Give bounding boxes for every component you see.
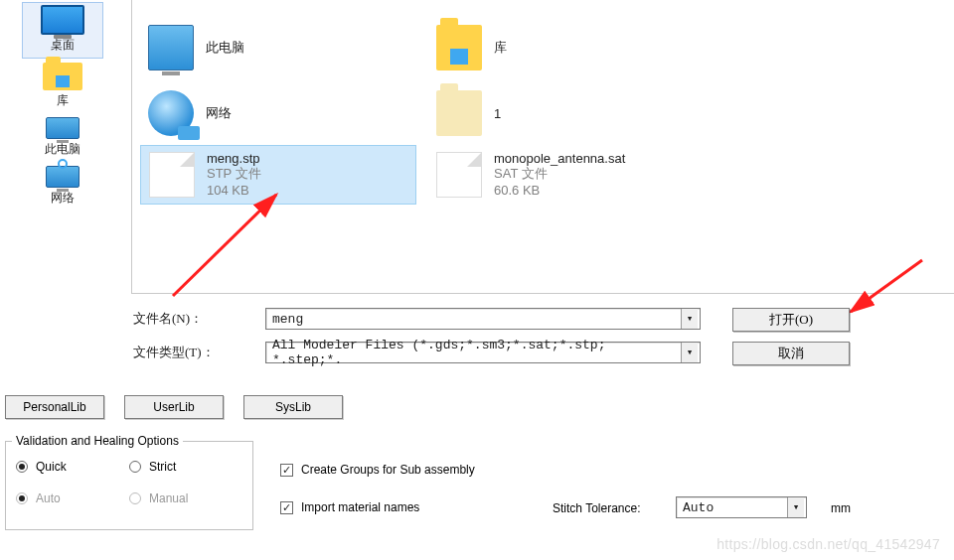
file-list-pane: 此电脑 网络 meng.stp STP 文件 104 KB 库 1 monopo… [131, 0, 954, 294]
file-size: 104 KB [207, 183, 261, 200]
checkbox-icon [280, 464, 293, 477]
sidebar-item-network[interactable]: 网络 [22, 164, 103, 210]
file-item-folder-1[interactable]: 1 [428, 83, 697, 143]
cancel-button[interactable]: 取消 [732, 342, 850, 365]
places-sidebar: 桌面 库 此电脑 网络 [8, 0, 117, 210]
filename-value: meng [272, 312, 303, 327]
desktop-icon [41, 5, 84, 35]
file-item-libraries[interactable]: 库 [428, 18, 697, 77]
radio-manual: Manual [129, 491, 242, 505]
filetype-label: 文件类型(T)： [133, 344, 252, 361]
network-icon [46, 166, 80, 188]
checkbox-import-materials[interactable]: Import material names [280, 500, 419, 514]
radio-icon [129, 461, 141, 473]
filetype-value: All Modeler Files (*.gds;*.sm3;*.sat;*.s… [272, 338, 680, 367]
sidebar-item-label: 网络 [51, 190, 75, 207]
filename-row: 文件名(N)： [133, 310, 252, 328]
file-icon [436, 152, 482, 198]
stitch-tolerance-unit: mm [831, 501, 851, 515]
stitch-tolerance-value: Auto [683, 500, 714, 515]
stitch-tolerance-label: Stitch Tolerance: [553, 501, 641, 515]
open-button[interactable]: 打开(O) [732, 308, 850, 332]
radio-quick[interactable]: Quick [16, 460, 129, 474]
file-name: meng.stp [207, 151, 261, 166]
file-item-meng-stp[interactable]: meng.stp STP 文件 104 KB [140, 145, 416, 205]
tab-sys-lib[interactable]: SysLib [243, 395, 343, 419]
sidebar-item-label: 此电脑 [45, 141, 80, 158]
checkbox-create-groups[interactable]: Create Groups for Sub assembly [280, 463, 475, 477]
group-title: Validation and Healing Options [12, 434, 183, 448]
filename-label: 文件名(N)： [133, 310, 252, 328]
sidebar-item-desktop[interactable]: 桌面 [22, 2, 103, 59]
radio-auto: Auto [16, 491, 129, 505]
watermark: https://blog.csdn.net/qq_41542947 [716, 536, 940, 552]
file-name: monopole_antenna.sat [494, 151, 625, 166]
tab-personal-lib[interactable]: PersonalLib [5, 395, 104, 419]
file-name: 库 [494, 39, 507, 57]
filetype-combo[interactable]: All Modeler Files (*.gds;*.sm3;*.sat;*.s… [265, 342, 701, 363]
this-pc-icon [148, 25, 194, 70]
checkbox-icon [280, 501, 293, 514]
file-name: 此电脑 [206, 39, 244, 57]
folder-icon [436, 90, 482, 136]
file-icon [149, 152, 195, 198]
file-type: STP 文件 [207, 166, 261, 183]
sidebar-item-label: 桌面 [51, 37, 75, 54]
sidebar-item-label: 库 [57, 92, 69, 109]
sidebar-item-libraries[interactable]: 库 [22, 61, 103, 113]
this-pc-icon [46, 117, 80, 139]
tab-user-lib[interactable]: UserLib [124, 395, 224, 419]
filetype-row: 文件类型(T)： [133, 344, 252, 361]
file-item-monopole-sat[interactable]: monopole_antenna.sat SAT 文件 60.6 KB [428, 145, 705, 205]
file-item-network[interactable]: 网络 [140, 83, 408, 143]
file-item-this-pc[interactable]: 此电脑 [140, 18, 408, 77]
radio-icon [16, 461, 28, 473]
radio-strict[interactable]: Strict [129, 460, 242, 474]
library-tabs: PersonalLib UserLib SysLib [5, 395, 343, 419]
file-name: 网络 [206, 104, 232, 122]
sidebar-item-this-pc[interactable]: 此电脑 [22, 115, 103, 162]
file-size: 60.6 KB [494, 183, 625, 200]
radio-icon [16, 492, 28, 504]
libraries-icon [43, 63, 82, 90]
stitch-tolerance-combo[interactable]: Auto [676, 496, 807, 518]
radio-icon [129, 492, 141, 504]
file-type: SAT 文件 [494, 166, 625, 183]
network-icon [148, 90, 194, 136]
filename-combo[interactable]: meng [265, 308, 701, 330]
libraries-icon [436, 25, 482, 70]
validation-group: Validation and Healing Options Quick Str… [5, 441, 253, 530]
file-name: 1 [494, 106, 501, 121]
